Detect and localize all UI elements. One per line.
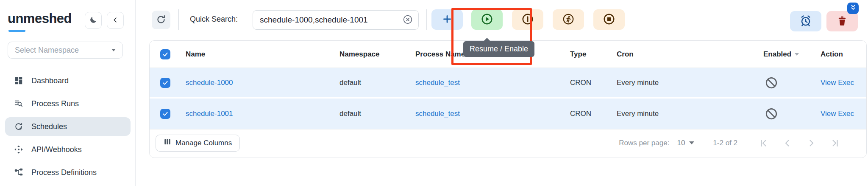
column-header-enabled-label: Enabled <box>763 50 791 59</box>
schedule-name-link[interactable]: schedule-1001 <box>186 110 233 118</box>
sidebar-item-label: Schedules <box>31 122 67 131</box>
sort-caret-icon <box>795 53 799 56</box>
column-header-type[interactable]: Type <box>570 50 617 59</box>
select-all-checkbox[interactable] <box>160 49 170 59</box>
view-executions-link[interactable]: View Exec <box>821 110 854 118</box>
pause-icon <box>521 13 534 27</box>
column-header-action: Action <box>821 50 866 59</box>
sidebar-collapse-button[interactable] <box>107 12 124 29</box>
column-header-name[interactable]: Name <box>186 50 339 59</box>
row-checkbox[interactable] <box>160 109 170 119</box>
namespace-cell: default <box>339 110 415 118</box>
dashboard-icon <box>14 76 24 86</box>
sidebar-item-process-runs[interactable]: Process Runs <box>5 94 131 113</box>
sidebar-item-api-webhooks[interactable]: API/Webhooks <box>5 140 131 159</box>
sidebar-menu: Dashboard Process Runs Schedules <box>0 71 136 186</box>
stop-button[interactable] <box>593 9 625 30</box>
moon-icon <box>89 16 97 25</box>
sidebar-item-label: Process Runs <box>31 99 79 108</box>
columns-icon <box>164 138 171 148</box>
chevron-down-icon[interactable] <box>689 141 694 144</box>
process-name-link[interactable]: schedule_test <box>415 79 460 87</box>
scroll-down-badge[interactable] <box>847 3 859 14</box>
clear-search-button[interactable] <box>402 14 413 25</box>
sidebar-item-schedules[interactable]: Schedules <box>5 117 131 136</box>
type-cell: CRON <box>570 79 617 87</box>
sidebar-item-process-definitions[interactable]: Process Definitions <box>5 163 131 182</box>
toolbar-divider <box>178 9 179 30</box>
schedule-timer-button[interactable] <box>790 11 821 31</box>
pagination-range: 1-2 of 2 <box>713 139 737 147</box>
logo-accent-underline <box>8 30 25 32</box>
run-now-button[interactable] <box>553 9 584 30</box>
type-cell: CRON <box>570 110 617 118</box>
last-page-button[interactable] <box>829 137 841 149</box>
pagination-controls: Rows per page: 10 1-2 of 2 <box>619 137 841 149</box>
run-person-icon <box>562 13 575 27</box>
delete-button[interactable] <box>826 11 858 31</box>
cron-cell: Every minute <box>617 79 763 87</box>
circle-x-icon <box>402 14 413 26</box>
column-header-namespace[interactable]: Namespace <box>339 50 415 59</box>
cron-cell: Every minute <box>617 110 763 118</box>
quick-search-box <box>253 10 419 30</box>
logo-row: unmeshed <box>8 11 131 31</box>
rows-per-page-label: Rows per page: <box>619 139 669 147</box>
namespace-cell: default <box>339 79 415 87</box>
schedules-table-card: Name Namespace Process Name Type Cron En… <box>149 40 867 158</box>
sidebar-item-label: Process Definitions <box>31 168 97 177</box>
disabled-slash-icon <box>765 107 821 120</box>
stop-icon <box>603 13 615 27</box>
table-row: schedule-1000 default schedule_test CRON… <box>150 68 866 99</box>
add-icon <box>442 14 453 26</box>
manage-columns-label: Manage Columns <box>175 139 232 147</box>
process-definitions-icon <box>14 167 24 178</box>
quick-search-label: Quick Search: <box>190 15 238 24</box>
process-name-link[interactable]: schedule_test <box>415 110 460 118</box>
app-root: unmeshed Select Namespace Da <box>0 0 868 186</box>
sidebar-item-dashboard[interactable]: Dashboard <box>5 71 131 90</box>
process-runs-icon <box>14 99 24 109</box>
schedules-icon <box>14 121 24 132</box>
column-header-cron[interactable]: Cron <box>617 50 763 59</box>
row-checkbox[interactable] <box>160 78 170 88</box>
chevron-down-icon <box>111 49 116 51</box>
alarm-clock-icon <box>799 14 812 28</box>
sidebar: unmeshed Select Namespace Da <box>0 0 136 186</box>
app-logo: unmeshed <box>8 11 72 26</box>
refresh-button[interactable] <box>152 11 170 29</box>
resume-enable-tooltip: Resume / Enable <box>463 41 534 57</box>
namespace-placeholder: Select Namespace <box>15 46 111 55</box>
first-page-button[interactable] <box>758 137 770 149</box>
create-schedule-button[interactable] <box>431 9 463 30</box>
resume-play-icon <box>481 13 493 27</box>
pause-disable-button[interactable] <box>512 9 543 30</box>
table-footer: Manage Columns Rows per page: 10 1-2 of … <box>150 129 866 156</box>
chevron-left-icon <box>111 16 119 25</box>
previous-page-button[interactable] <box>782 137 793 149</box>
resume-enable-button[interactable] <box>471 9 503 30</box>
schedule-name-link[interactable]: schedule-1000 <box>186 79 233 87</box>
sidebar-item-label: Dashboard <box>31 76 69 85</box>
refresh-icon <box>156 14 166 26</box>
sidebar-item-label: API/Webhooks <box>31 145 82 154</box>
disabled-slash-icon <box>765 76 821 89</box>
quick-search-input[interactable] <box>260 15 402 25</box>
manage-columns-button[interactable]: Manage Columns <box>156 135 240 152</box>
next-page-button[interactable] <box>805 137 817 149</box>
rows-per-page-value[interactable]: 10 <box>677 139 685 147</box>
dark-mode-toggle[interactable] <box>85 12 102 29</box>
column-header-enabled[interactable]: Enabled <box>763 50 821 59</box>
api-webhooks-icon <box>14 144 24 155</box>
trash-icon <box>837 15 848 28</box>
double-chevron-down-icon <box>849 4 857 13</box>
view-executions-link[interactable]: View Exec <box>821 79 854 87</box>
namespace-select[interactable]: Select Namespace <box>8 42 123 59</box>
toolbar-divider <box>426 9 427 30</box>
table-row: schedule-1001 default schedule_test CRON… <box>150 99 866 129</box>
